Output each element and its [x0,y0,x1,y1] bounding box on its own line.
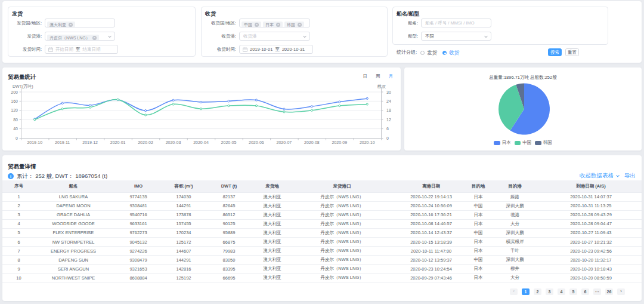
series-point-DWT(万吨)[interactable] [89,105,91,106]
series-point-艘次[interactable] [172,103,174,105]
y-axis-right-label: 18 [386,108,391,112]
pagination-next-button[interactable]: › [617,288,625,295]
series-point-DWT(万吨)[interactable] [311,106,312,108]
group-radio-发货[interactable]: 发货 [420,50,437,57]
pagination-page-26[interactable]: 26 [605,288,613,295]
column-header-船名: 船名 [35,180,112,192]
table-cell: 2 [2,201,35,210]
series-point-DWT(万吨)[interactable] [255,99,257,101]
series-point-艘次[interactable] [339,105,340,107]
table-cell: 澳大利亚 [256,219,289,228]
series-point-艘次[interactable] [283,111,285,113]
table-cell: 中国 [467,228,490,237]
pagination-ellipsis[interactable]: ··· [593,288,601,295]
series-point-艘次[interactable] [228,105,230,107]
table-cell: 日本 [467,265,490,274]
x-axis-label: 2020-10 [360,140,375,145]
legend-item-中国[interactable]: 中国 [515,140,532,146]
series-point-DWT(万吨)[interactable] [61,102,63,104]
statistic-group-label: 统计分组: [397,49,417,56]
dispatch-country-input[interactable]: 澳大利亚× [45,19,115,27]
table-cell: 日本 [467,274,490,282]
dispatch-port-select[interactable]: 丹皮尔（NWS LNG）× [45,32,115,41]
dispatch-date-start[interactable]: 开始日期 [55,47,73,53]
series-point-DWT(万吨)[interactable] [339,101,340,103]
pagination-page-2[interactable]: 2 [534,288,541,295]
x-axis-label: 2020-09 [332,140,347,145]
ship-type-select[interactable]: 不限 [421,32,491,41]
series-point-艘次[interactable] [34,119,36,121]
table-cell: 深圳大鹏 [490,256,540,265]
ship-name-input[interactable]: 船名 / 呼号 / MMSI / IMO [421,19,491,27]
table-cell: 2020-10-20 11:32:17 [540,256,642,265]
table-cell: 澳大利亚 [256,210,289,219]
filter-card: 发货 发货国/地区: 澳大利亚× 发货港: 丹皮尔（NWS LNG）× 发货时间… [2,1,642,63]
receive-country-tag: 中国× [242,22,261,27]
destination-pie-chart [404,67,642,151]
table-cell: 170234 [165,228,202,237]
series-point-DWT(万吨)[interactable] [172,99,174,101]
series-point-艘次[interactable] [61,108,63,110]
table-cell: 深圳大鹏 [490,228,540,237]
table-cell: 83395 [202,265,256,274]
dispatch-date-range[interactable]: 开始日期 至 结束日期 [45,45,118,54]
table-cell: 2020-10-22 19:14:13 [395,192,467,201]
collapse-table-link[interactable]: 收起数据表格 [580,172,619,180]
pagination-page-3[interactable]: 3 [546,288,553,295]
series-point-艘次[interactable] [255,105,257,107]
series-point-DWT(万吨)[interactable] [200,101,202,103]
pagination: ‹123456···26› [510,288,625,295]
table-cell: 丹皮尔（NWS LNG） [289,247,395,256]
calendar-icon [48,47,53,52]
series-point-DWT(万吨)[interactable] [228,100,230,102]
receive-group-title: 收货 [205,10,216,18]
summary-row: i 累计： 252 艘, DWT： 18967054 (t) [8,173,107,180]
export-link[interactable]: 导出 [624,172,636,180]
tag-close-icon[interactable]: × [92,36,97,40]
receive-date-start[interactable]: 2019-10-01 [250,47,273,52]
pagination-page-4[interactable]: 4 [558,288,565,295]
search-button[interactable]: 搜索 [548,48,562,57]
series-point-DWT(万吨)[interactable] [366,97,368,99]
dispatch-group-title: 发货 [12,10,23,18]
receive-country-input[interactable]: 中国×日本×韩国× [239,19,310,27]
tag-close-icon[interactable]: × [69,23,73,27]
series-point-艘次[interactable] [117,99,119,100]
receive-port-select[interactable]: 收货港 [239,32,310,41]
tag-close-icon[interactable]: × [298,23,302,27]
dispatch-country-label: 发货国/地区: [8,19,42,27]
series-point-艘次[interactable] [311,109,312,111]
receive-date-end[interactable]: 2020-10-31 [282,47,305,52]
series-point-艘次[interactable] [200,108,202,110]
table-cell: 2020-10-14 12:43:37 [395,228,467,237]
tag-close-icon[interactable]: × [255,23,259,27]
pagination-prev-button[interactable]: ‹ [510,288,518,295]
tag-close-icon[interactable]: × [276,23,280,27]
table-cell: 丹皮尔（NWS LNG） [289,256,395,265]
column-header-发货港口: 发货港口 [289,180,395,192]
series-point-艘次[interactable] [144,114,146,116]
table-cell: 157455 [165,219,202,228]
series-point-DWT(万吨)[interactable] [144,110,146,112]
table-row: 2DAPENG MOON930848114429182645澳大利亚丹皮尔（NW… [2,201,642,210]
table-cell: 9321653 [112,265,165,274]
table-cell: 9540716 [112,210,165,219]
group-radio-收货[interactable]: 收货 [442,50,459,57]
series-point-艘次[interactable] [366,103,368,105]
reset-button[interactable]: 重置 [565,48,579,57]
series-point-艘次[interactable] [89,106,91,108]
pagination-page-1[interactable]: 1 [522,288,530,295]
table-cell: 2020-10-24 10:56:09 [395,201,467,210]
table-cell: 8 [2,256,35,265]
legend-item-韩国[interactable]: 韩国 [535,140,552,146]
table-cell: 144607 [165,247,202,256]
legend-item-日本[interactable]: 日本 [494,140,511,146]
table-cell: 95889 [202,228,256,237]
pagination-page-6[interactable]: 6 [581,288,589,295]
receive-date-range[interactable]: 2019-10-01 至 2020-10-31 [239,45,313,54]
series-point-DWT(万吨)[interactable] [283,108,285,110]
dispatch-date-end[interactable]: 结束日期 [83,47,101,53]
table-cell: 大分 [490,219,540,228]
pagination-page-5[interactable]: 5 [569,288,577,295]
table-cell: 日本 [467,192,490,201]
